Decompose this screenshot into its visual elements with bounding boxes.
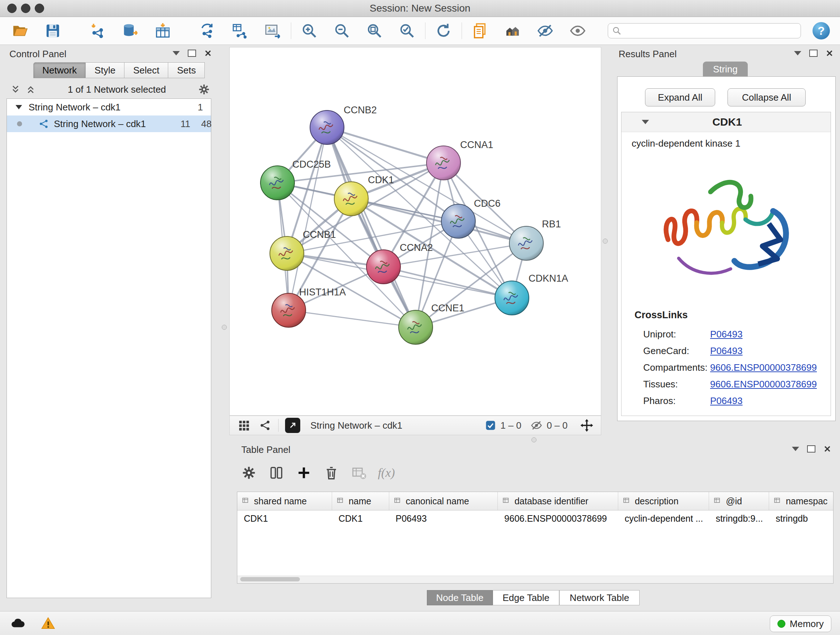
search-icon (612, 26, 622, 35)
crosslink-pharos-link[interactable]: P06493 (710, 395, 743, 407)
tab-string[interactable]: String (703, 62, 748, 77)
tab-style[interactable]: Style (86, 62, 125, 78)
close-panel-icon[interactable] (204, 49, 212, 57)
float-panel-icon[interactable] (188, 50, 196, 57)
network-edge[interactable] (384, 267, 512, 298)
collapse-all-tree-icon[interactable] (26, 84, 36, 95)
share-network-icon[interactable] (259, 419, 272, 432)
column-type-icon (242, 498, 250, 504)
network-node-cdc25b[interactable] (261, 166, 294, 200)
scrollbar-thumb[interactable] (240, 577, 300, 581)
help-button[interactable]: ? (813, 22, 830, 40)
network-edge[interactable] (289, 127, 327, 310)
gene-card-header[interactable]: CDK1 (622, 112, 831, 132)
open-session-button[interactable] (10, 21, 30, 41)
search-field-wrap (608, 23, 801, 38)
column-header-namespace[interactable]: namespac (769, 492, 833, 510)
column-header-id[interactable]: @id (709, 492, 769, 510)
add-column-button[interactable] (294, 463, 314, 483)
hidden-eye-slash-icon[interactable] (531, 420, 542, 431)
network-node-ccna1[interactable] (426, 146, 461, 180)
collapse-all-button[interactable]: Collapse All (728, 88, 806, 106)
zoom-fit-button[interactable] (364, 21, 385, 41)
tree-expand-icon[interactable] (16, 105, 22, 109)
tab-network-table[interactable]: Network Table (559, 590, 639, 605)
table-row[interactable]: CDK1 CDK1 P06493 9606.ENSP00000378699 cy… (237, 510, 833, 526)
crosslink-compartments-link[interactable]: 9606.ENSP00000378699 (710, 362, 817, 373)
vertical-splitter-handle[interactable] (603, 239, 608, 244)
show-hidden-button[interactable] (568, 21, 588, 41)
export-network-button[interactable] (285, 418, 300, 433)
node-label: RB1 (542, 219, 561, 230)
column-header-shared-name[interactable]: shared name (237, 492, 332, 510)
network-canvas[interactable]: CCNB2CCNA1CDC25BCDK1CDC6RB1CCNB1CCNA2CDK… (229, 47, 601, 416)
tab-node-table[interactable]: Node Table (427, 590, 493, 605)
warning-icon[interactable] (41, 616, 56, 631)
network-node-rb1[interactable] (509, 226, 543, 260)
float-panel-icon[interactable] (807, 445, 815, 453)
refresh-layout-button[interactable] (433, 21, 454, 41)
tab-network[interactable]: Network (33, 62, 86, 78)
show-columns-button[interactable] (266, 463, 286, 483)
column-header-description[interactable]: description (618, 492, 709, 510)
collapse-entry-icon[interactable] (642, 120, 649, 124)
zoom-out-button[interactable] (332, 21, 352, 41)
collapse-panel-icon[interactable] (792, 447, 799, 451)
column-header-canonical-name[interactable]: canonical name (389, 492, 498, 510)
import-network-database-button[interactable] (120, 21, 141, 41)
tab-select[interactable]: Select (125, 62, 168, 78)
network-graph[interactable]: CCNB2CCNA1CDC25BCDK1CDC6RB1CCNB1CCNA2CDK… (230, 48, 601, 415)
collapse-panel-icon[interactable] (794, 51, 801, 55)
crosslink-uniprot-link[interactable]: P06493 (710, 329, 743, 340)
network-edge[interactable] (289, 310, 416, 327)
search-input[interactable] (608, 23, 801, 38)
network-node-ccna2[interactable] (366, 250, 401, 284)
horizontal-splitter-handle[interactable] (531, 437, 537, 442)
clone-network-button[interactable] (197, 21, 218, 41)
hide-selected-button[interactable] (535, 21, 555, 41)
show-all-panels-button[interactable] (502, 21, 523, 41)
zoom-in-button[interactable] (299, 21, 319, 41)
horizontal-scrollbar[interactable] (237, 576, 833, 583)
memory-button[interactable]: Memory (770, 616, 831, 632)
gene-result-card: CDK1 cyclin-dependent kinase 1 CrossLink… (621, 112, 831, 416)
duplicate-document-button[interactable] (470, 21, 490, 41)
float-panel-icon[interactable] (809, 50, 818, 57)
selected-checkbox-icon[interactable] (485, 420, 496, 431)
collapse-panel-icon[interactable] (172, 51, 180, 55)
expand-all-button[interactable]: Expand All (645, 88, 715, 106)
network-node-cdc6[interactable] (441, 204, 475, 238)
network-edge[interactable] (327, 127, 444, 163)
network-node-hist1h1a[interactable] (272, 293, 306, 327)
function-builder-button[interactable]: f(x) (376, 463, 396, 483)
save-session-button[interactable] (43, 21, 63, 41)
import-table-button[interactable] (153, 21, 173, 41)
crosslink-genecard-link[interactable]: P06493 (710, 345, 743, 356)
network-node-ccnb1[interactable] (270, 236, 304, 271)
crosslink-tissues-link[interactable]: 9606.ENSP00000378699 (710, 379, 817, 390)
vertical-splitter-handle[interactable] (222, 325, 227, 330)
export-image-button[interactable] (263, 21, 283, 41)
tab-edge-table[interactable]: Edge Table (493, 590, 559, 605)
close-panel-icon[interactable] (826, 49, 834, 57)
close-panel-icon[interactable] (823, 445, 831, 453)
cloud-icon[interactable] (10, 616, 25, 631)
column-header-database-identifier[interactable]: database identifier (498, 492, 618, 510)
expand-all-tree-icon[interactable] (11, 84, 21, 95)
network-node-cdk1[interactable] (334, 182, 368, 216)
import-network-file-button[interactable] (88, 21, 108, 41)
table-settings-button[interactable] (239, 463, 259, 483)
network-node-ccnb2[interactable] (310, 111, 344, 144)
delete-column-button[interactable] (321, 463, 341, 483)
network-collection-row[interactable]: String Network – cdk1 1 (7, 99, 211, 116)
pan-crosshair-icon[interactable] (580, 418, 594, 432)
birds-eye-grid-icon[interactable] (238, 419, 250, 432)
network-node-ccne1[interactable] (399, 310, 433, 344)
network-from-table-button[interactable] (230, 21, 250, 41)
zoom-selected-button[interactable] (397, 21, 417, 41)
network-node-cdkn1a[interactable] (495, 281, 529, 315)
gear-icon[interactable] (197, 83, 210, 96)
tab-sets[interactable]: Sets (168, 62, 205, 78)
network-row-selected[interactable]: String Network – cdk1 11 48 (7, 116, 211, 132)
column-header-name[interactable]: name (332, 492, 389, 510)
